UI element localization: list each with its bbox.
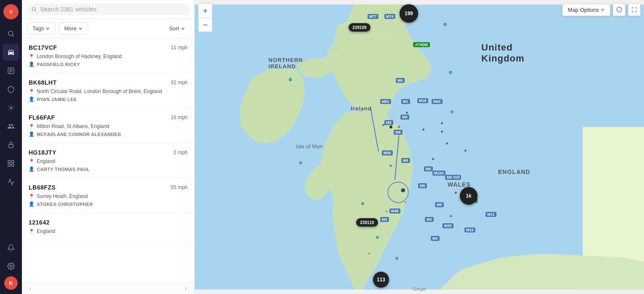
sidebar-item-grid[interactable] bbox=[3, 155, 19, 172]
cluster-199[interactable]: 199 bbox=[400, 4, 418, 23]
driver-icon: 👤 bbox=[29, 131, 35, 137]
more-filter-button[interactable]: More bbox=[59, 22, 88, 35]
vehicle-driver: 👤STOKES CHRISTOPHER bbox=[29, 201, 188, 207]
more-label: More bbox=[64, 25, 77, 32]
road-badge-m5: M5 bbox=[418, 181, 427, 189]
sidebar-item-tools[interactable] bbox=[3, 99, 19, 116]
map-info-button[interactable] bbox=[613, 3, 625, 16]
search-input[interactable] bbox=[40, 6, 185, 13]
map-pin-5 bbox=[299, 161, 302, 164]
cluster-239110[interactable]: 239110 bbox=[356, 218, 378, 227]
sidebar-item-settings[interactable] bbox=[3, 258, 19, 275]
vehicle-location: 📍Surrey Heath, England bbox=[29, 193, 188, 199]
svg-rect-9 bbox=[9, 144, 13, 148]
zoom-out-button[interactable]: − bbox=[198, 18, 212, 32]
city-dot-bristol bbox=[405, 201, 406, 203]
sidebar-item-analytics[interactable] bbox=[3, 174, 19, 190]
road-badge-m50: M50 bbox=[382, 148, 393, 156]
map-pin-2 bbox=[449, 71, 452, 74]
city-dot-newcastel bbox=[441, 122, 443, 124]
chevron-down-icon-map bbox=[601, 8, 605, 12]
city-dot-edinburgh bbox=[406, 112, 408, 114]
map-container[interactable]: M77 M74 A74(M) M6 M61 M1 M18 M62 M9 M8 M bbox=[195, 0, 644, 294]
city-dot-london bbox=[455, 192, 457, 194]
vehicle-speed: 55 mph bbox=[171, 184, 188, 190]
vehicle-item[interactable]: 121642📍England bbox=[22, 213, 194, 243]
map-area: M77 M74 A74(M) M6 M61 M1 M18 M62 M9 M8 M bbox=[195, 0, 644, 294]
sidebar-item-groups[interactable] bbox=[3, 118, 19, 135]
zoom-in-button[interactable]: + bbox=[198, 3, 212, 18]
info-icon bbox=[616, 7, 622, 13]
road-badge-m6c: M6 bbox=[424, 164, 433, 172]
label-isle-of-man: Isle of Man bbox=[296, 143, 323, 150]
sort-button[interactable]: Sort bbox=[165, 23, 189, 34]
vehicle-panel: Tags More Sort BC17VCF11 mph📍London Boro… bbox=[22, 0, 195, 294]
driver-icon: 👤 bbox=[29, 96, 35, 102]
sidebar-item-reports[interactable] bbox=[3, 62, 19, 79]
road-badge-m48: M48 bbox=[389, 206, 400, 214]
location-icon: 📍 bbox=[29, 124, 35, 129]
scroll-right-arrow[interactable]: › bbox=[182, 285, 189, 292]
zoom-controls: + − bbox=[198, 3, 212, 32]
label-northern-ireland: NORTHERNIRELAND bbox=[268, 57, 303, 69]
tags-filter-button[interactable]: Tags bbox=[27, 22, 55, 35]
road-badge-m6b: M6 bbox=[401, 156, 410, 163]
user-avatar[interactable]: K bbox=[4, 276, 18, 290]
map-pin-cardiff bbox=[361, 202, 364, 205]
map-pin-1 bbox=[443, 23, 447, 26]
map-fullscreen-button[interactable] bbox=[628, 3, 641, 16]
vehicle-plate: BC17VCF bbox=[29, 44, 57, 51]
road-badge-m9: M9 bbox=[400, 112, 409, 120]
sidebar-item-lock[interactable] bbox=[3, 136, 19, 153]
sidebar-item-search[interactable] bbox=[3, 25, 19, 42]
road-badge-m61: M61 bbox=[380, 97, 391, 104]
map-options-button[interactable]: Map Options bbox=[562, 4, 610, 16]
map-pin-3 bbox=[289, 78, 292, 81]
chevron-down-icon-2 bbox=[78, 27, 83, 31]
driver-icon: 👤 bbox=[29, 201, 35, 207]
vehicle-item[interactable]: BC17VCF11 mph📍London Borough of Hackney,… bbox=[22, 38, 194, 73]
search-icon bbox=[31, 6, 37, 12]
vehicle-location: 📍London Borough of Hackney, England bbox=[29, 53, 188, 59]
road-badge-m18: M18 bbox=[417, 96, 428, 104]
vehicle-driver: 👤PASSFIELD RICKY bbox=[29, 61, 188, 67]
scroll-indicator: ‹ › bbox=[22, 283, 194, 294]
svg-point-2 bbox=[8, 31, 13, 36]
location-icon: 📍 bbox=[29, 229, 35, 234]
search-bar bbox=[22, 0, 194, 19]
vehicle-item[interactable]: LB68FZS55 mph📍Surrey Heath, England👤STOK… bbox=[22, 178, 194, 213]
city-dot-sheffield bbox=[441, 131, 443, 133]
road-badge-m5b: M5 bbox=[435, 200, 444, 208]
sort-label: Sort bbox=[169, 25, 179, 32]
vehicle-item[interactable]: HG18JTY2 mph📍England👤CARTY THOMAS PAUL bbox=[22, 143, 194, 178]
vehicle-item[interactable]: BK68LHT32 mph📍North Circular Road, Londo… bbox=[22, 73, 194, 108]
vehicle-item[interactable]: FL66FAF16 mph📍Milton Road, St Albans, En… bbox=[22, 108, 194, 143]
driver-icon: 👤 bbox=[29, 166, 35, 172]
vehicle-driver: 👤MCFARLANE CONNOR ALEXANDER bbox=[29, 131, 188, 137]
cluster-1k[interactable]: 1k bbox=[460, 187, 478, 205]
svg-point-26 bbox=[389, 165, 392, 167]
city-dot-cardiff bbox=[386, 211, 387, 212]
sidebar-item-vehicles[interactable] bbox=[3, 44, 19, 61]
svg-rect-11 bbox=[12, 160, 14, 163]
city-dot-leeds bbox=[422, 128, 424, 131]
vehicle-driver: 👤RYAN JAMIE LEE bbox=[29, 96, 188, 102]
cluster-113[interactable]: 113 bbox=[373, 272, 389, 288]
vehicle-location: 📍England bbox=[29, 158, 188, 164]
road-badge-m6toll: M6 Toll bbox=[445, 173, 461, 180]
google-logo: Google bbox=[413, 287, 426, 291]
road-badge-m74: M74 bbox=[384, 12, 395, 19]
sidebar-item-notifications[interactable] bbox=[3, 239, 19, 256]
fullscreen-icon bbox=[631, 7, 637, 13]
vehicle-location: 📍Milton Road, St Albans, England bbox=[29, 123, 188, 129]
road-badge-m1: M1 bbox=[401, 97, 410, 104]
scroll-left-arrow[interactable]: ‹ bbox=[27, 285, 34, 292]
road-badge-m25: M25 bbox=[443, 221, 453, 229]
label-ireland: Ireland bbox=[351, 105, 372, 112]
svg-point-15 bbox=[32, 8, 35, 11]
sidebar-item-security[interactable] bbox=[3, 81, 19, 98]
vehicle-plate: 121642 bbox=[29, 219, 50, 226]
map-pin-swansea bbox=[376, 236, 379, 239]
app-logo[interactable]: V bbox=[3, 4, 19, 19]
cluster-239109[interactable]: 239109 bbox=[349, 23, 370, 32]
